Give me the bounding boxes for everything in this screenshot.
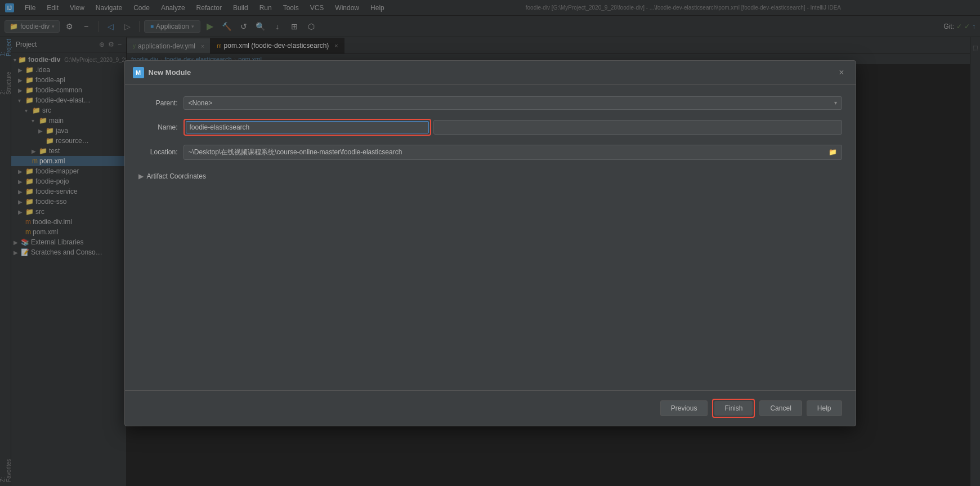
artifact-label: Artifact Coordinates <box>147 172 206 180</box>
name-input-highlight <box>184 119 431 136</box>
dialog-icon: M <box>133 67 144 78</box>
finish-button-highlight: Finish <box>712 399 755 418</box>
dialog-header: M New Module × <box>125 61 856 85</box>
dialog-body: Parent: <None> ▾ Name: Location: <box>125 85 856 390</box>
dialog-icon-label: M <box>136 69 141 76</box>
dialog-close-button[interactable]: × <box>835 66 847 79</box>
location-label: Location: <box>138 148 178 156</box>
browse-folder-icon[interactable]: 📁 <box>829 148 837 156</box>
dialog-footer: Previous Finish Cancel Help <box>125 390 856 426</box>
name-extra-field <box>433 120 842 135</box>
name-input[interactable] <box>186 121 429 133</box>
finish-button[interactable]: Finish <box>714 401 753 416</box>
form-row-location: Location: ~\Desktop\在线视频课程系统\course-onli… <box>138 145 842 160</box>
previous-button[interactable]: Previous <box>660 400 708 416</box>
artifact-expand-icon[interactable]: ▶ <box>138 172 144 180</box>
dialog-title: New Module <box>149 68 831 77</box>
parent-label: Parent: <box>138 99 178 107</box>
location-field[interactable]: ~\Desktop\在线视频课程系统\course-online-master\… <box>184 145 842 160</box>
name-label: Name: <box>138 123 178 131</box>
artifact-section[interactable]: ▶ Artifact Coordinates <box>138 169 842 184</box>
chevron-down-icon: ▾ <box>834 100 837 106</box>
parent-value: <None> <box>189 99 213 107</box>
form-row-name: Name: <box>138 119 842 136</box>
parent-dropdown[interactable]: <None> ▾ <box>184 96 842 110</box>
help-button[interactable]: Help <box>807 400 842 416</box>
cancel-button[interactable]: Cancel <box>759 400 802 416</box>
new-module-dialog: M New Module × Parent: <None> ▾ Name: <box>124 60 856 426</box>
form-row-parent: Parent: <None> ▾ <box>138 96 842 110</box>
location-value: ~\Desktop\在线视频课程系统\course-online-master\… <box>189 148 402 157</box>
dialog-overlay: M New Module × Parent: <None> ▾ Name: <box>0 0 980 486</box>
